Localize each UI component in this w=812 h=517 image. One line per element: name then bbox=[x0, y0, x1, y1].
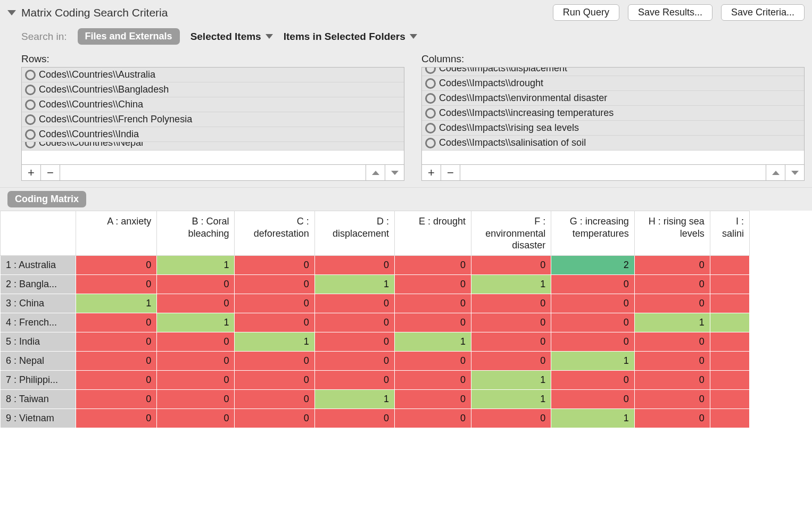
matrix-cell[interactable] bbox=[710, 371, 749, 390]
matrix-cell[interactable]: 0 bbox=[76, 409, 157, 428]
matrix-cell[interactable]: 0 bbox=[157, 352, 235, 371]
matrix-cell[interactable]: 0 bbox=[471, 256, 551, 275]
matrix-cell[interactable]: 0 bbox=[235, 371, 314, 390]
row-header[interactable]: 4 : French... bbox=[1, 313, 76, 332]
column-header[interactable]: B : Coral bleaching bbox=[157, 211, 235, 256]
matrix-cell[interactable]: 0 bbox=[157, 332, 235, 352]
matrix-cell[interactable]: 0 bbox=[395, 256, 471, 275]
list-item[interactable]: Codes\\Countries\\China bbox=[22, 97, 404, 112]
rows-move-down-button[interactable] bbox=[385, 165, 404, 180]
column-header[interactable]: D : displacement bbox=[314, 211, 394, 256]
matrix-cell[interactable]: 0 bbox=[314, 352, 394, 371]
matrix-cell[interactable]: 0 bbox=[395, 313, 471, 332]
rows-add-button[interactable]: + bbox=[22, 165, 41, 180]
rows-remove-button[interactable]: − bbox=[41, 165, 60, 180]
list-item[interactable]: Codes\\Countries\\India bbox=[22, 127, 404, 142]
matrix-cell[interactable]: 0 bbox=[76, 313, 157, 332]
matrix-cell[interactable]: 0 bbox=[471, 332, 551, 352]
matrix-cell[interactable]: 0 bbox=[395, 352, 471, 371]
matrix-cell[interactable]: 1 bbox=[551, 352, 634, 371]
matrix-cell[interactable]: 0 bbox=[157, 275, 235, 294]
matrix-cell[interactable]: 0 bbox=[235, 409, 314, 428]
matrix-cell[interactable]: 1 bbox=[314, 275, 394, 294]
matrix-cell[interactable] bbox=[710, 275, 749, 294]
matrix-cell[interactable]: 1 bbox=[76, 294, 157, 313]
matrix-cell[interactable]: 1 bbox=[471, 390, 551, 409]
columns-remove-button[interactable]: − bbox=[441, 165, 460, 180]
matrix-cell[interactable]: 0 bbox=[634, 352, 710, 371]
matrix-cell[interactable] bbox=[710, 313, 749, 332]
selected-items-dropdown[interactable]: Selected Items bbox=[190, 31, 273, 43]
rows-move-up-button[interactable] bbox=[366, 165, 385, 180]
matrix-cell[interactable]: 0 bbox=[395, 390, 471, 409]
matrix-cell[interactable]: 0 bbox=[634, 275, 710, 294]
run-query-button[interactable]: Run Query bbox=[553, 4, 619, 21]
column-header[interactable]: A : anxiety bbox=[76, 211, 157, 256]
list-item[interactable]: Codes\\Impacts\\displacement bbox=[422, 68, 804, 76]
matrix-cell[interactable]: 1 bbox=[471, 371, 551, 390]
matrix-cell[interactable]: 0 bbox=[157, 294, 235, 313]
column-header[interactable]: C : deforestation bbox=[235, 211, 314, 256]
matrix-cell[interactable]: 0 bbox=[551, 332, 634, 352]
matrix-cell[interactable]: 0 bbox=[471, 294, 551, 313]
matrix-cell[interactable]: 0 bbox=[395, 371, 471, 390]
matrix-cell[interactable]: 1 bbox=[157, 256, 235, 275]
matrix-cell[interactable]: 0 bbox=[76, 275, 157, 294]
matrix-cell[interactable]: 0 bbox=[76, 390, 157, 409]
row-header[interactable]: 8 : Taiwan bbox=[1, 390, 76, 409]
matrix-cell[interactable]: 0 bbox=[551, 275, 634, 294]
save-criteria-button[interactable]: Save Criteria... bbox=[721, 4, 805, 21]
matrix-cell[interactable] bbox=[710, 256, 749, 275]
matrix-cell[interactable]: 0 bbox=[634, 371, 710, 390]
matrix-cell[interactable]: 0 bbox=[395, 294, 471, 313]
list-item[interactable]: Codes\\Impacts\\salinisation of soil bbox=[422, 136, 804, 151]
matrix-cell[interactable]: 0 bbox=[235, 275, 314, 294]
columns-add-button[interactable]: + bbox=[422, 165, 441, 180]
matrix-cell[interactable]: 0 bbox=[551, 371, 634, 390]
matrix-cell[interactable]: 0 bbox=[235, 390, 314, 409]
matrix-cell[interactable]: 0 bbox=[76, 332, 157, 352]
matrix-cell[interactable]: 1 bbox=[471, 275, 551, 294]
matrix-cell[interactable]: 2 bbox=[551, 256, 634, 275]
disclosure-triangle-icon[interactable] bbox=[7, 10, 16, 15]
rows-listbox[interactable]: Codes\\Countries\\AustraliaCodes\\Countr… bbox=[21, 67, 404, 165]
matrix-cell[interactable]: 0 bbox=[314, 409, 394, 428]
coding-matrix-tab[interactable]: Coding Matrix bbox=[7, 191, 86, 207]
matrix-cell[interactable]: 0 bbox=[471, 313, 551, 332]
list-item[interactable]: Codes\\Impacts\\rising sea levels bbox=[422, 121, 804, 136]
save-results-button[interactable]: Save Results... bbox=[628, 4, 712, 21]
matrix-cell[interactable]: 0 bbox=[551, 313, 634, 332]
list-item[interactable]: Codes\\Countries\\Nepal bbox=[22, 142, 404, 151]
matrix-cell[interactable]: 0 bbox=[314, 256, 394, 275]
list-item[interactable]: Codes\\Impacts\\drought bbox=[422, 76, 804, 91]
matrix-cell[interactable] bbox=[710, 390, 749, 409]
matrix-cell[interactable]: 0 bbox=[314, 313, 394, 332]
list-item[interactable]: Codes\\Countries\\Australia bbox=[22, 68, 404, 82]
list-item[interactable]: Codes\\Countries\\French Polynesia bbox=[22, 112, 404, 127]
column-header[interactable]: E : drought bbox=[395, 211, 471, 256]
matrix-cell[interactable]: 0 bbox=[76, 256, 157, 275]
column-header[interactable]: I : salini bbox=[710, 211, 749, 256]
columns-move-up-button[interactable] bbox=[766, 165, 785, 180]
matrix-cell[interactable]: 0 bbox=[235, 294, 314, 313]
matrix-cell[interactable]: 0 bbox=[157, 371, 235, 390]
column-header[interactable]: F : environmental disaster bbox=[471, 211, 551, 256]
matrix-cell[interactable]: 1 bbox=[634, 313, 710, 332]
matrix-cell[interactable]: 0 bbox=[395, 275, 471, 294]
column-header[interactable]: H : rising sea levels bbox=[634, 211, 710, 256]
list-item[interactable]: Codes\\Countries\\Bangladesh bbox=[22, 82, 404, 97]
columns-move-down-button[interactable] bbox=[785, 165, 804, 180]
items-in-folders-dropdown[interactable]: Items in Selected Folders bbox=[284, 31, 417, 43]
matrix-cell[interactable]: 0 bbox=[235, 256, 314, 275]
row-header[interactable]: 5 : India bbox=[1, 332, 76, 352]
list-item[interactable]: Codes\\Impacts\\environmental disaster bbox=[422, 91, 804, 106]
matrix-cell[interactable] bbox=[710, 409, 749, 428]
matrix-cell[interactable]: 1 bbox=[314, 390, 394, 409]
matrix-cell[interactable]: 1 bbox=[551, 409, 634, 428]
row-header[interactable]: 1 : Australia bbox=[1, 256, 76, 275]
matrix-cell[interactable]: 0 bbox=[551, 294, 634, 313]
matrix-cell[interactable]: 0 bbox=[76, 371, 157, 390]
matrix-cell[interactable]: 0 bbox=[634, 332, 710, 352]
columns-listbox[interactable]: Codes\\Impacts\\displacementCodes\\Impac… bbox=[421, 67, 805, 165]
matrix-cell[interactable]: 1 bbox=[395, 332, 471, 352]
